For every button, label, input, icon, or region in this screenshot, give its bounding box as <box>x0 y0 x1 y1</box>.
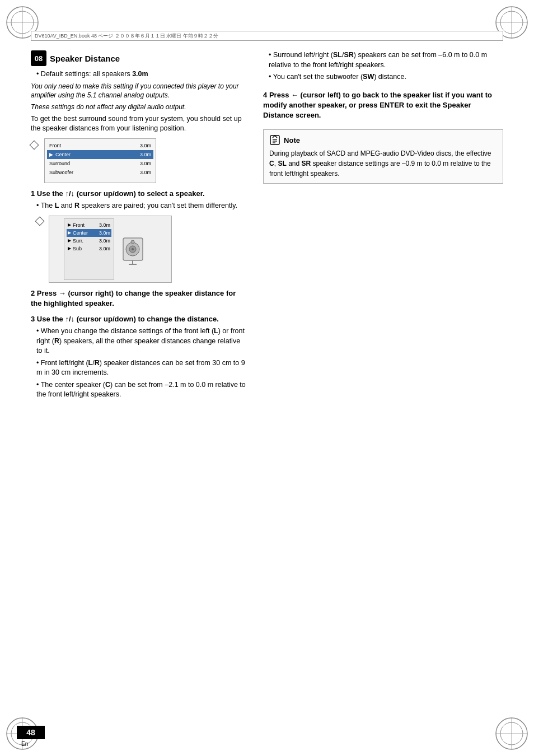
step3-heading: 3 Use the ↑/↓ (cursor up/down) to change… <box>31 314 246 324</box>
chapter-badge: 08 <box>31 50 46 66</box>
italic-note-2: These settings do not affect any digital… <box>31 102 246 112</box>
left-column: 08 Speaker Distance Default settings: al… <box>31 45 257 711</box>
header-text: DV610AV_IBD_EN.book 48 ページ ２００８年６月１１日 水曜… <box>35 32 218 40</box>
screen-row-surround: Surround3.0m <box>47 159 153 168</box>
s-row-subwoofer: ▶Sub3.0m <box>67 245 111 253</box>
step1-bullet: The L and R speakers are paired; you can… <box>36 201 246 211</box>
right-bullet-2: You can't set the subwoofer (SW) distanc… <box>269 72 503 82</box>
right-bullet-1: Surround left/right (SL/SR) speakers can… <box>269 50 503 70</box>
section-title: 08 Speaker Distance <box>31 50 246 66</box>
step3-bullet-2: Front left/right (L/R) speaker distances… <box>36 358 246 378</box>
italic-note-1: You only need to make this setting if yo… <box>31 82 246 101</box>
screen-row-subwoofer: Subwoofer3.0m <box>47 168 153 177</box>
step4-heading: 4 Press ← (cursor left) to go back to th… <box>263 90 503 121</box>
s-row-surround: ▶Surr.3.0m <box>67 237 111 245</box>
note-text: During playback of SACD and MPEG-audio D… <box>269 148 497 179</box>
corner-decoration-br <box>495 717 528 750</box>
page-number: 48 <box>26 728 35 737</box>
page-lang: En <box>21 741 28 747</box>
header-bar: DV610AV_IBD_EN.book 48 ページ ２００８年６月１１日 水曜… <box>31 31 503 41</box>
s-row-front: ▶Front3.0m <box>67 221 111 229</box>
right-column: Surround left/right (SL/SR) speakers can… <box>257 45 503 711</box>
section-title-text: Speaker Distance <box>50 54 120 63</box>
step2-heading: 2 Press → (cursor right) to change the s… <box>31 288 246 309</box>
diamond-icon-1 <box>30 140 39 150</box>
speaker-illustration <box>118 230 157 269</box>
s-row-center: ▶Center3.0m <box>67 229 111 237</box>
svg-point-20 <box>131 240 134 244</box>
normal-text-1: To get the best surround sound from your… <box>31 114 246 134</box>
step3-bullet-3: The center speaker (C) can be set from –… <box>36 380 246 400</box>
screen-mockup-1: Front3.0m ▶ Center3.0m Surround3.0m Subw… <box>44 138 156 183</box>
note-icon <box>269 134 280 146</box>
screen-row-center: ▶ Center3.0m <box>47 150 153 159</box>
note-box: Note During playback of SACD and MPEG-au… <box>263 129 503 184</box>
page-number-box: 48 <box>17 726 45 739</box>
svg-rect-23 <box>270 136 279 144</box>
default-settings: Default settings: all speakers 3.0m <box>36 69 246 80</box>
diamond-icon-2 <box>35 216 45 226</box>
step3-bullet-1: When you change the distance settings of… <box>36 326 246 356</box>
step1-heading: 1 Use the ↑/↓ (cursor up/down) to select… <box>31 189 246 199</box>
note-title: Note <box>269 134 497 146</box>
screen-row-front: Front3.0m <box>47 141 153 150</box>
main-content: 08 Speaker Distance Default settings: al… <box>31 45 503 711</box>
screen-mockup-2: ▶Front3.0m ▶Center3.0m ▶Surr.3.0m ▶Sub3.… <box>49 216 172 283</box>
screen2-list: ▶Front3.0m ▶Center3.0m ▶Surr.3.0m ▶Sub3.… <box>64 218 114 280</box>
svg-point-19 <box>132 248 134 250</box>
note-title-text: Note <box>284 136 300 144</box>
